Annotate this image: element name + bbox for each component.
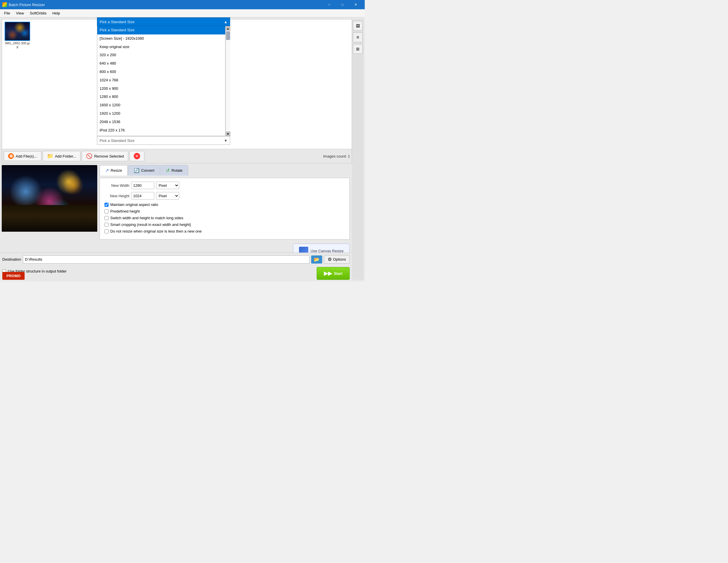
- dropdown-scrollbar[interactable]: ▲ ▼: [225, 26, 230, 136]
- main-container: IMG_2952-300.jpg 🖼 Add File(s)... 📁 Add …: [0, 17, 365, 282]
- start-icon: ▶▶: [324, 270, 332, 276]
- switch-sides-checkbox[interactable]: [104, 216, 109, 220]
- dropdown-item-8[interactable]: 1280 x 800: [97, 93, 225, 101]
- smart-crop-row: Smart cropping (result in exact width an…: [103, 222, 346, 227]
- grid-view-icon: ⊞: [356, 47, 360, 51]
- folder-icon: 📂: [314, 256, 320, 262]
- dropdown-item-5[interactable]: 800 x 600: [97, 68, 225, 76]
- menu-view[interactable]: View: [13, 10, 27, 16]
- file-name: IMG_2952-300.jpg: [4, 41, 30, 48]
- thumbnail: [5, 22, 30, 41]
- dropdown-footer[interactable]: Pick a Standard Size ▼: [97, 136, 230, 145]
- resize-form: New Width Pixel Percent Inch Cm New Heig…: [100, 178, 350, 239]
- preview-area: [2, 165, 97, 232]
- height-input[interactable]: [131, 192, 154, 199]
- browse-folder-button[interactable]: 📂: [311, 255, 322, 263]
- remove-icon: 🚫: [86, 153, 92, 159]
- dropdown-item-11[interactable]: 2048 x 1536: [97, 118, 225, 126]
- maintain-aspect-row: Maintain original aspect ratio: [103, 202, 346, 207]
- close-button[interactable]: ✕: [349, 0, 362, 9]
- smart-crop-checkbox[interactable]: [104, 223, 109, 227]
- dropdown-item-1[interactable]: [Screen Size] - 1920x1080: [97, 34, 225, 43]
- scroll-track: [226, 31, 230, 131]
- app-icon: [2, 2, 7, 7]
- list-item[interactable]: IMG_2952-300.jpg: [4, 22, 30, 48]
- dropdown-arrow-up: ▲: [224, 20, 228, 24]
- gear-icon: ⚙: [328, 256, 332, 262]
- tab-resize[interactable]: ↗ Resize: [100, 165, 128, 175]
- minimize-button[interactable]: ─: [322, 0, 336, 9]
- dropdown-item-9[interactable]: 1600 x 1200: [97, 101, 225, 109]
- preview-road: [2, 205, 97, 232]
- height-unit-select[interactable]: Pixel Percent Inch Cm: [156, 192, 179, 199]
- resize-icon: ↗: [105, 168, 109, 173]
- destination-label: Destination: [2, 257, 21, 261]
- width-input[interactable]: [131, 181, 154, 189]
- list-view-button[interactable]: ≡: [353, 32, 363, 42]
- no-resize-checkbox[interactable]: [104, 229, 109, 233]
- dropdown-list: Pick a Standard Size [Screen Size] - 192…: [97, 26, 225, 136]
- add-files-button[interactable]: 🖼 Add File(s)...: [4, 151, 41, 161]
- image-count: Images count: 1: [323, 154, 350, 158]
- switch-sides-row: Switch width and height to match long si…: [103, 216, 346, 220]
- height-label: New Height: [103, 194, 129, 198]
- remove-selected-button[interactable]: 🚫 Remove Selected: [82, 151, 128, 161]
- maintain-aspect-label: Maintain original aspect ratio: [110, 202, 158, 207]
- dropdown-item-13[interactable]: iPod Classic/Nano 320 x 240: [97, 134, 225, 136]
- grid-view-button[interactable]: ⊞: [353, 44, 363, 54]
- dropdown-item-3[interactable]: 320 x 200: [97, 51, 225, 59]
- size-dropdown-overlay: Pick a Standard Size ▲ Pick a Standard S…: [97, 17, 230, 145]
- file-toolbar: 🖼 Add File(s)... 📁 Add Folder... 🚫 Remov…: [2, 149, 352, 163]
- height-row: New Height Pixel Percent Inch Cm: [103, 192, 346, 199]
- menu-help[interactable]: Help: [49, 10, 63, 16]
- large-view-icon: 🖼: [356, 24, 360, 28]
- menu-softorbits[interactable]: SoftOrbits: [27, 10, 49, 16]
- dropdown-item-10[interactable]: 1920 x 1200: [97, 109, 225, 118]
- start-button[interactable]: ▶▶ Start: [317, 267, 350, 280]
- add-files-icon: 🖼: [8, 153, 14, 159]
- dropdown-item-4[interactable]: 640 x 480: [97, 59, 225, 68]
- tab-rotate[interactable]: ↺ Rotate: [160, 165, 188, 175]
- dropdown-body: Pick a Standard Size [Screen Size] - 192…: [97, 26, 230, 136]
- scroll-thumb[interactable]: [226, 31, 230, 40]
- list-view-icon: ≡: [356, 35, 359, 40]
- thumbnail-image: [5, 22, 30, 40]
- right-sidebar: 🖼 ≡ ⊞: [352, 19, 364, 280]
- no-resize-label: Do not resize when original size is less…: [110, 229, 202, 233]
- switch-sides-label: Switch width and height to match long si…: [110, 216, 183, 220]
- dropdown-trigger[interactable]: Pick a Standard Size ▲: [97, 17, 230, 26]
- rotate-icon: ↺: [166, 168, 170, 173]
- destination-bar: Destination 📂 ⚙ Options: [0, 252, 352, 266]
- menu-file[interactable]: File: [1, 10, 13, 16]
- predefined-height-row: Predefined height: [103, 209, 346, 213]
- options-button[interactable]: ⚙ Options: [324, 255, 350, 263]
- clear-all-button[interactable]: ✕: [129, 151, 144, 161]
- clear-icon: ✕: [134, 153, 140, 159]
- dropdown-item-0[interactable]: Pick a Standard Size: [97, 26, 225, 34]
- scroll-up-btn[interactable]: ▲: [226, 26, 230, 31]
- dropdown-item-7[interactable]: 1200 x 900: [97, 85, 225, 93]
- convert-icon: 🔄: [134, 168, 140, 173]
- maintain-aspect-checkbox[interactable]: [104, 203, 109, 207]
- bottom-main: ↗ Resize 🔄 Convert ↺ Rotate: [0, 165, 352, 240]
- dropdown-item-12[interactable]: iPod 220 x 176: [97, 126, 225, 135]
- destination-input[interactable]: [23, 255, 309, 263]
- bottom-section: ↗ Resize 🔄 Convert ↺ Rotate: [0, 165, 352, 282]
- width-unit-select[interactable]: Pixel Percent Inch Cm: [156, 181, 179, 189]
- dropdown-item-6[interactable]: 1024 x 768: [97, 76, 225, 85]
- add-folder-button[interactable]: 📁 Add Folder...: [43, 151, 81, 161]
- settings-panel: ↗ Resize 🔄 Convert ↺ Rotate: [97, 165, 352, 240]
- smart-crop-label: Smart cropping (result in exact width an…: [110, 222, 191, 227]
- large-view-button[interactable]: 🖼: [353, 21, 363, 31]
- tab-bar: ↗ Resize 🔄 Convert ↺ Rotate: [100, 165, 350, 175]
- title-bar-left: Batch Picture Resizer: [2, 2, 45, 7]
- maximize-button[interactable]: □: [336, 0, 349, 9]
- app-title: Batch Picture Resizer: [9, 3, 45, 7]
- predefined-height-checkbox[interactable]: [104, 209, 109, 213]
- scroll-down-btn[interactable]: ▼: [226, 131, 230, 136]
- dropdown-item-2[interactable]: Keep original size: [97, 43, 225, 51]
- predefined-height-label: Predefined height: [110, 209, 140, 213]
- tab-convert[interactable]: 🔄 Convert: [128, 165, 160, 175]
- promo-button[interactable]: PROMO: [2, 272, 25, 280]
- no-resize-row: Do not resize when original size is less…: [103, 229, 346, 233]
